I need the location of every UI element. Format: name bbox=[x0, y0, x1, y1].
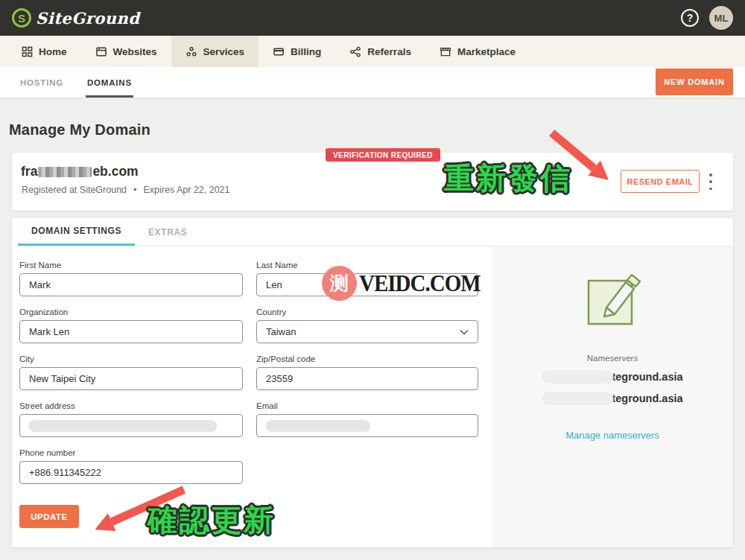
annotation-resend: 重新發信 bbox=[444, 158, 572, 199]
verification-badge: VERIFICATION REQUIRED bbox=[326, 148, 440, 162]
storefront-icon bbox=[440, 46, 451, 57]
nav-item-websites[interactable]: Websites bbox=[81, 36, 171, 67]
nav-label: Websites bbox=[113, 46, 157, 57]
new-domain-button[interactable]: NEW DOMAIN bbox=[656, 69, 733, 95]
expires-date: Expires Apr 22, 2021 bbox=[143, 185, 229, 195]
update-button[interactable]: UPDATE bbox=[19, 505, 79, 528]
redacted-ns-prefix bbox=[542, 370, 613, 384]
share-icon bbox=[349, 46, 361, 57]
first-name-label: First Name bbox=[19, 261, 243, 270]
note-pencil-icon bbox=[581, 258, 644, 327]
zip-input[interactable] bbox=[256, 367, 478, 390]
field-street-address: Street address bbox=[19, 401, 243, 437]
services-icon bbox=[186, 46, 197, 57]
tab-extras[interactable]: EXTRAS bbox=[135, 218, 200, 246]
nav-label: Services bbox=[203, 46, 245, 57]
registered-at: Registered at SiteGround bbox=[22, 185, 127, 195]
domain-name-redacted bbox=[38, 167, 92, 177]
page-title: Manage My Domain bbox=[9, 121, 150, 139]
nav-label: Referrals bbox=[367, 46, 411, 57]
street-address-label: Street address bbox=[19, 401, 243, 410]
section-tab-bar: HOSTING DOMAINS NEW DOMAIN bbox=[0, 67, 745, 98]
first-name-input[interactable] bbox=[19, 273, 243, 296]
domain-meta: Registered at SiteGround • Expires Apr 2… bbox=[22, 185, 230, 195]
field-city: City bbox=[19, 354, 243, 390]
siteground-logo-icon: S bbox=[12, 8, 31, 28]
nav-item-home[interactable]: Home bbox=[7, 36, 81, 67]
watermark: 测 VEIDC.COM bbox=[322, 266, 481, 301]
kebab-menu-icon[interactable] bbox=[706, 174, 715, 190]
city-label: City bbox=[19, 354, 243, 363]
siteground-logo[interactable]: S SiteGround bbox=[12, 8, 139, 28]
nav-item-billing[interactable]: Billing bbox=[259, 36, 335, 67]
meta-separator: • bbox=[133, 185, 136, 195]
nameserver-row: iteground.asia bbox=[542, 369, 682, 384]
page: S SiteGround ? ML Home Websites Services bbox=[0, 0, 745, 560]
nav-label: Home bbox=[39, 46, 67, 57]
nav-item-services[interactable]: Services bbox=[171, 36, 259, 67]
field-zip: Zip/Postal code bbox=[256, 354, 478, 390]
nav-label: Marketplace bbox=[457, 46, 516, 57]
organization-label: Organization bbox=[19, 308, 243, 316]
manage-nameservers-link[interactable]: Manage nameservers bbox=[565, 430, 659, 441]
avatar[interactable]: ML bbox=[709, 6, 733, 30]
nav-item-marketplace[interactable]: Marketplace bbox=[425, 36, 530, 67]
annotation-update: 確認更新 bbox=[148, 500, 276, 541]
field-organization: Organization bbox=[19, 308, 243, 343]
organization-input[interactable] bbox=[19, 320, 243, 343]
resend-email-button[interactable]: RESEND EMAIL bbox=[621, 170, 700, 193]
field-first-name: First Name bbox=[19, 261, 243, 296]
watermark-text: VEIDC.COM bbox=[359, 270, 481, 297]
main-nav: Home Websites Services Billing Referrals bbox=[0, 36, 745, 67]
chevron-down-icon bbox=[460, 329, 469, 335]
top-header: S SiteGround ? ML bbox=[0, 0, 745, 36]
domain-card: VERIFICATION REQUIRED fraeb.com Register… bbox=[12, 153, 733, 211]
phone-label: Phone number bbox=[19, 448, 243, 457]
nameservers-sidebar: Nameservers iteground.asia iteground.asi… bbox=[492, 246, 733, 547]
nameserver-row: iteground.asia bbox=[542, 391, 682, 406]
street-address-input[interactable] bbox=[19, 414, 243, 437]
help-icon[interactable]: ? bbox=[681, 9, 699, 27]
field-country: Country Taiwan bbox=[256, 308, 478, 343]
domain-name: fraeb.com bbox=[21, 164, 139, 179]
field-phone: Phone number bbox=[19, 448, 243, 484]
nav-label: Billing bbox=[291, 46, 321, 57]
nameserver-value: iteground.asia bbox=[609, 371, 682, 383]
country-label: Country bbox=[256, 308, 478, 316]
field-email: Email bbox=[256, 401, 478, 437]
redacted-value bbox=[266, 420, 370, 432]
panel-tab-bar: DOMAIN SETTINGS EXTRAS bbox=[12, 218, 733, 246]
zip-label: Zip/Postal code bbox=[256, 354, 478, 363]
siteground-logo-text: SiteGround bbox=[36, 9, 139, 28]
tab-hosting[interactable]: HOSTING bbox=[19, 67, 65, 98]
tab-domains[interactable]: DOMAINS bbox=[86, 67, 133, 98]
credit-card-icon bbox=[273, 46, 285, 57]
nav-item-referrals[interactable]: Referrals bbox=[335, 36, 425, 67]
country-value: Taiwan bbox=[266, 326, 296, 337]
phone-input[interactable] bbox=[19, 461, 243, 484]
home-grid-icon bbox=[22, 46, 33, 57]
browser-icon bbox=[95, 46, 107, 57]
tab-domain-settings[interactable]: DOMAIN SETTINGS bbox=[18, 218, 135, 246]
redacted-value bbox=[29, 420, 217, 432]
redacted-ns-prefix bbox=[542, 392, 613, 405]
email-label: Email bbox=[256, 401, 478, 410]
domain-name-prefix: fra bbox=[21, 164, 37, 179]
country-select[interactable]: Taiwan bbox=[256, 320, 478, 343]
watermark-seal-icon: 测 bbox=[322, 266, 357, 301]
email-input[interactable] bbox=[256, 414, 478, 437]
nameservers-label: Nameservers bbox=[587, 354, 638, 363]
city-input[interactable] bbox=[19, 367, 243, 390]
nameserver-value: iteground.asia bbox=[609, 392, 682, 404]
domain-name-suffix: eb.com bbox=[92, 164, 138, 179]
